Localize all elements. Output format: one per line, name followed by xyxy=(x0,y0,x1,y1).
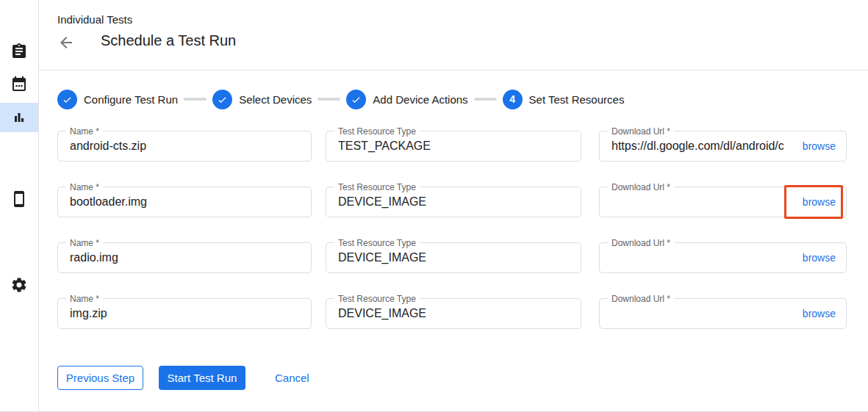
step-number-badge: 4 xyxy=(503,90,523,109)
url-field-row3[interactable]: Download Url * browse xyxy=(599,242,847,273)
field-value[interactable] xyxy=(611,243,789,272)
sidebar-item-bar-chart[interactable] xyxy=(0,103,38,132)
field-value[interactable]: DEVICE_IMAGE xyxy=(338,187,573,217)
step-label: Set Test Resources xyxy=(529,93,625,106)
sidebar-item-clipboard[interactable] xyxy=(0,37,38,66)
browse-link[interactable]: browse xyxy=(803,187,836,217)
bar-chart-icon xyxy=(10,109,28,126)
start-test-run-button[interactable]: Start Test Run xyxy=(159,366,245,390)
step-label: Configure Test Run xyxy=(84,93,178,106)
clipboard-icon xyxy=(10,43,28,60)
field-value[interactable]: img.zip xyxy=(70,299,304,328)
stepper: Configure Test Run Select Devices Add De… xyxy=(57,89,624,109)
page-title: Schedule a Test Run xyxy=(101,32,236,49)
url-field-row1[interactable]: Download Url * https://dl.google.com/dl/… xyxy=(599,131,847,162)
stepper-connector xyxy=(474,98,497,101)
name-field-row2[interactable]: Name * bootloader.img xyxy=(57,187,312,217)
field-value[interactable]: bootloader.img xyxy=(70,187,304,217)
gear-icon xyxy=(10,276,28,294)
field-value[interactable]: DEVICE_IMAGE xyxy=(338,243,573,272)
step-label: Select Devices xyxy=(239,93,312,106)
step-label: Add Device Actions xyxy=(373,93,467,106)
field-value[interactable]: https://dl.google.com/dl/android/c xyxy=(611,131,789,161)
step-complete-check-icon xyxy=(346,90,366,109)
url-field-row2[interactable]: Download Url * browse xyxy=(599,187,847,217)
step-add-device-actions[interactable]: Add Device Actions xyxy=(346,90,467,109)
name-field-row1[interactable]: Name * android-cts.zip xyxy=(57,131,312,162)
sidebar-item-settings[interactable] xyxy=(0,270,38,300)
name-field-row3[interactable]: Name * radio.img xyxy=(57,242,312,273)
arrow-back-icon xyxy=(57,34,75,51)
calendar-icon xyxy=(10,75,28,93)
step-select-devices[interactable]: Select Devices xyxy=(212,90,312,109)
type-field-row4[interactable]: Test Resource Type DEVICE_IMAGE xyxy=(326,298,581,329)
field-value[interactable]: android-cts.zip xyxy=(70,131,304,161)
back-button[interactable] xyxy=(56,32,76,53)
step-configure-test-run[interactable]: Configure Test Run xyxy=(57,90,178,109)
stepper-connector xyxy=(184,98,207,101)
sidebar-item-smartphone[interactable] xyxy=(0,184,38,214)
header-divider xyxy=(39,70,868,71)
breadcrumb: Individual Tests xyxy=(57,13,132,26)
step-set-test-resources[interactable]: 4 Set Test Resources xyxy=(503,90,625,109)
type-field-row2[interactable]: Test Resource Type DEVICE_IMAGE xyxy=(326,187,581,217)
field-value[interactable]: DEVICE_IMAGE xyxy=(338,299,573,328)
type-field-row1[interactable]: Test Resource Type TEST_PACKAGE xyxy=(326,131,581,162)
url-field-row4[interactable]: Download Url * browse xyxy=(599,298,847,329)
stepper-connector xyxy=(318,98,340,101)
field-value[interactable] xyxy=(611,299,789,328)
name-field-row4[interactable]: Name * img.zip xyxy=(57,298,312,329)
cancel-button[interactable]: Cancel xyxy=(273,366,311,390)
previous-step-button[interactable]: Previous Step xyxy=(57,366,143,390)
step-complete-check-icon xyxy=(212,90,232,109)
field-value[interactable]: radio.img xyxy=(70,243,304,272)
type-field-row3[interactable]: Test Resource Type DEVICE_IMAGE xyxy=(326,242,581,273)
sidebar-nav xyxy=(0,0,39,412)
browse-link[interactable]: browse xyxy=(803,243,836,272)
step-complete-check-icon xyxy=(57,90,77,109)
field-value[interactable] xyxy=(611,187,789,217)
browse-link[interactable]: browse xyxy=(803,131,836,161)
smartphone-icon xyxy=(10,190,28,208)
browse-link[interactable]: browse xyxy=(803,299,836,328)
schedule-test-run-page: Individual Tests Schedule a Test Run Con… xyxy=(0,0,868,412)
field-value[interactable]: TEST_PACKAGE xyxy=(338,131,573,161)
sidebar-item-calendar[interactable] xyxy=(0,69,38,98)
